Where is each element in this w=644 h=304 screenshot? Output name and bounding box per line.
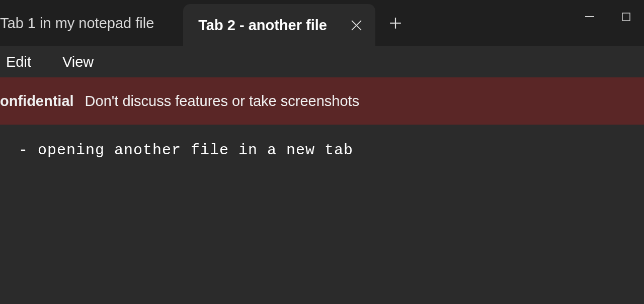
svg-rect-4 <box>585 16 594 17</box>
menu-edit[interactable]: Edit <box>5 52 32 72</box>
close-tab-button[interactable] <box>338 4 375 46</box>
maximize-button[interactable] <box>608 5 644 28</box>
window-controls <box>572 0 644 46</box>
menu-view[interactable]: View <box>61 52 95 72</box>
text-editor[interactable]: - opening another file in a new tab <box>0 125 644 304</box>
menubar: Edit View <box>0 46 644 77</box>
svg-rect-5 <box>622 13 630 21</box>
tab-strip: Tab 1 in my notepad file Tab 2 - another… <box>0 0 375 46</box>
editor-content: - opening another file in a new tab <box>9 142 644 159</box>
new-tab-button[interactable] <box>375 0 416 46</box>
maximize-icon <box>622 13 630 21</box>
banner-label: onfidential <box>0 93 74 110</box>
confidential-banner: onfidential Don't discuss features or ta… <box>0 77 644 125</box>
tab-1[interactable]: Tab 1 in my notepad file <box>0 0 174 46</box>
banner-text: Don't discuss features or take screensho… <box>85 93 360 110</box>
plus-icon <box>389 17 402 30</box>
minimize-icon <box>585 16 594 17</box>
titlebar: Tab 1 in my notepad file Tab 2 - another… <box>0 0 644 46</box>
tab-label: Tab 1 in my notepad file <box>0 15 154 32</box>
minimize-button[interactable] <box>572 5 608 28</box>
close-icon <box>350 19 363 32</box>
tab-2[interactable]: Tab 2 - another file <box>183 4 375 46</box>
tab-label: Tab 2 - another file <box>198 17 327 34</box>
